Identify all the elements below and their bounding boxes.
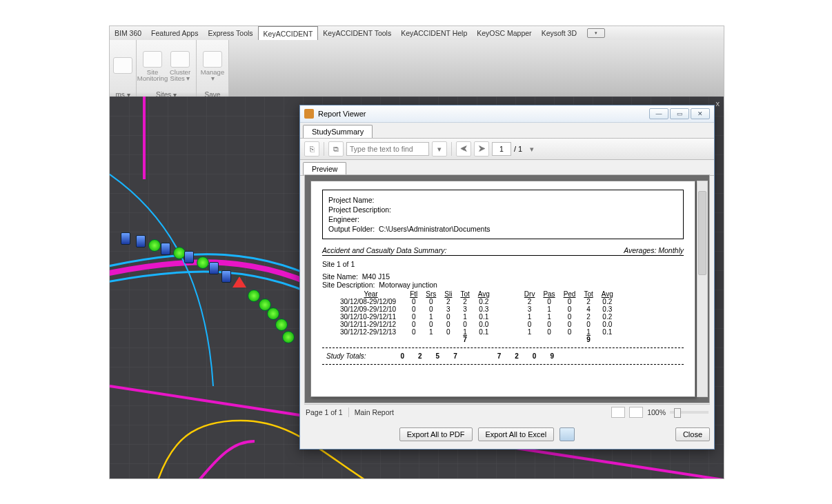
next-page-icon[interactable]: ⮞ [474, 141, 489, 157]
main-report-label[interactable]: Main Report [355, 408, 394, 416]
dialog-footer: Export All to PDF Export All to Excel Cl… [304, 424, 710, 445]
map-marker[interactable] [248, 290, 260, 302]
maximize-button[interactable]: ▭ [670, 108, 689, 119]
minimize-button[interactable]: — [649, 108, 668, 119]
manage-button[interactable]: Manage ▾ [201, 51, 224, 82]
map-marker[interactable] [121, 232, 130, 245]
find-input[interactable] [346, 142, 429, 156]
page-dropdown-icon[interactable]: ▾ [525, 142, 539, 156]
tab-strip: StudySummary [300, 123, 714, 138]
scroll-thumb[interactable] [698, 191, 706, 275]
site-monitoring-button[interactable]: Site Monitoring [141, 51, 164, 82]
canvas-close-icon[interactable]: x [716, 99, 720, 108]
ribbon-spacer [229, 40, 724, 97]
averages-label: Averages: Monthly [624, 246, 684, 254]
report-viewer-window: Report Viewer — ▭ ✕ StudySummary ⎘ ⧉ ▾ ⮜… [299, 105, 715, 450]
menu-item-keysoft-3d[interactable]: Keysoft 3D [537, 26, 582, 40]
map-marker[interactable] [275, 319, 288, 331]
report-page: Project Name: Project Description: Engin… [310, 181, 695, 397]
subtab-strip: Preview [300, 160, 714, 176]
report-viewport[interactable]: Project Name: Project Description: Engin… [304, 174, 710, 403]
menu-item-bim-360[interactable]: BIM 360 [110, 26, 146, 40]
vertical-scrollbar[interactable] [697, 181, 708, 397]
window-title: Report Viewer [318, 110, 366, 118]
map-marker[interactable] [209, 262, 219, 274]
view-mode-1-icon[interactable] [611, 407, 625, 418]
table-row: 30/12/11-29/12/1200000.000000.0 [336, 321, 617, 328]
page-indicator: Page 1 of 1 [306, 408, 343, 416]
map-marker[interactable] [267, 308, 279, 320]
map-marker[interactable] [221, 270, 231, 283]
ribbon: ms ▾ Site Monitoring Cluster Sites ▾ Sit… [110, 40, 724, 97]
page-number-input[interactable] [492, 142, 511, 156]
map-marker[interactable] [148, 239, 161, 252]
map-marker[interactable] [136, 235, 146, 248]
menu-item-express-tools[interactable]: Express Tools [203, 26, 257, 40]
menu-item-keyaccident-help[interactable]: KeyACCIDENT Help [396, 26, 472, 40]
map-marker[interactable] [282, 331, 295, 343]
print-icon[interactable] [559, 427, 575, 441]
page-total-label: / 1 [514, 145, 522, 153]
app-icon [304, 109, 314, 119]
find-dropdown-icon[interactable]: ▾ [432, 141, 447, 157]
tab-preview[interactable]: Preview [303, 162, 346, 175]
report-toolbar: ⎘ ⧉ ▾ ⮜ ⮞ / 1 ▾ [300, 138, 714, 160]
menu-item-keyaccident[interactable]: KeyACCIDENT [258, 26, 319, 41]
menu-item-keyosc-mapper[interactable]: KeyOSC Mapper [472, 26, 536, 40]
menu-bar: BIM 360Featured AppsExpress ToolsKeyACCI… [110, 26, 724, 41]
map-marker[interactable] [161, 243, 170, 255]
zoom-knob[interactable] [674, 408, 681, 418]
menu-item-keyaccident-tools[interactable]: KeyACCIDENT Tools [318, 26, 396, 40]
export-icon[interactable]: ⎘ [304, 141, 319, 157]
view-mode-2-icon[interactable] [629, 407, 643, 418]
table-row: 30/12/10-29/12/1101010.111020.2 [336, 313, 617, 321]
copy-icon[interactable]: ⧉ [328, 141, 344, 157]
menu-item-featured-apps[interactable]: Featured Apps [146, 26, 203, 40]
export-pdf-button[interactable]: Export All to PDF [399, 427, 473, 441]
close-window-button[interactable]: ✕ [691, 108, 710, 119]
map-marker[interactable] [197, 256, 209, 269]
export-excel-button[interactable]: Export All to Excel [478, 427, 555, 441]
zoom-slider[interactable] [670, 411, 709, 414]
close-button[interactable]: Close [675, 427, 710, 441]
cluster-sites-button[interactable]: Cluster Sites ▾ [168, 51, 192, 82]
prev-page-icon[interactable]: ⮜ [456, 141, 471, 157]
tab-study-summary[interactable]: StudySummary [303, 125, 373, 138]
status-bar: Page 1 of 1 Main Report 100% [304, 404, 710, 420]
data-table: YearFtlSrsSliTotAvgDrvPasPedTotAvg30/12/… [336, 290, 617, 343]
map-marker[interactable] [184, 251, 194, 263]
app-frame: BIM 360Featured AppsExpress ToolsKeyACCI… [109, 26, 724, 479]
section-title: Accident and Casualty Data Summary: [322, 246, 446, 254]
zoom-label: 100% [647, 408, 666, 416]
table-row: 30/12/09-29/12/1000330.331040.3 [336, 305, 617, 313]
title-bar[interactable]: Report Viewer — ▭ ✕ [300, 105, 714, 123]
table-row: 30/12/08-29/12/0900220.220020.2 [336, 298, 617, 305]
map-marker-warning[interactable] [232, 276, 246, 288]
totals-row: Study Totals:02577209 [322, 352, 561, 360]
report-header-box: Project Name: Project Description: Engin… [322, 190, 684, 239]
table-row: 30/12/12-29/12/1301010.110010.1 [336, 328, 617, 336]
site-count: Site 1 of 1 [322, 260, 684, 268]
menu-overflow-icon[interactable]: ▾ [587, 28, 605, 38]
